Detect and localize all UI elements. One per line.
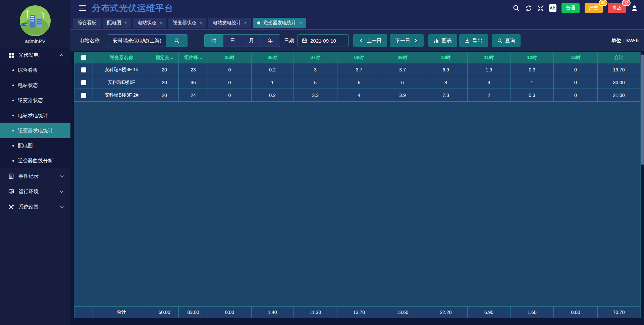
cell: 24	[179, 89, 208, 102]
column-header: 逆变器名称	[93, 52, 150, 63]
cell: 3.9	[381, 89, 424, 102]
column-header: 11时	[468, 52, 511, 63]
alarm-severe-button[interactable]: 严重 96	[585, 3, 603, 13]
totals-cell: 60.00	[150, 307, 179, 318]
row-checkbox[interactable]	[81, 67, 86, 72]
tab-station-status[interactable]: 电站状态×	[133, 18, 166, 28]
inverter-table: 逆变器名称 额定交... 组件峰... 05时 06时 07时 08时 09时 …	[74, 52, 641, 318]
period-year-button[interactable]: 年	[261, 35, 280, 47]
chart-button[interactable]: 图表	[428, 34, 457, 47]
station-search-group	[108, 34, 187, 47]
vertical-scrollbar[interactable]	[641, 54, 644, 165]
query-button[interactable]: 查询	[492, 34, 521, 47]
totals-cell: 70.70	[598, 307, 640, 318]
next-day-button[interactable]: 下一日	[390, 34, 424, 47]
cell: 1	[511, 76, 554, 89]
cell: 7.3	[424, 89, 468, 102]
tab-dashboard[interactable]: 综合看板	[73, 18, 101, 28]
bullet-icon	[12, 145, 14, 147]
row-checkbox[interactable]	[81, 80, 86, 85]
sidebar-item-inverter-gen-stats[interactable]: 逆变器发电统计	[0, 123, 70, 138]
hamburger-icon[interactable]	[79, 5, 86, 11]
period-hour-button[interactable]: 时	[205, 35, 223, 47]
column-header: 额定交...	[150, 52, 179, 63]
cell: 1.9	[468, 63, 511, 76]
bullet-icon	[12, 100, 14, 101]
cell: 0	[554, 76, 598, 89]
grid-icon	[8, 52, 14, 58]
sidebar-item-distribution-diagram[interactable]: 配电图	[0, 138, 70, 153]
search-icon[interactable]	[513, 5, 520, 12]
sidebar-group-system-settings[interactable]: 系统设置	[0, 199, 70, 215]
sidebar-group-label: 光伏发电	[18, 52, 39, 58]
close-icon[interactable]: ×	[244, 20, 247, 25]
user-icon[interactable]	[631, 5, 638, 12]
cell: 36	[179, 76, 208, 89]
totals-cell: 83.00	[179, 307, 208, 318]
cell: 23	[179, 63, 208, 76]
cell: 5	[293, 76, 337, 89]
station-name-input[interactable]	[108, 35, 166, 47]
row-checkbox[interactable]	[81, 93, 86, 98]
sidebar-item-dashboard[interactable]: 综合看板	[0, 63, 70, 78]
column-header: 05时	[208, 52, 252, 63]
tab-inverter-status[interactable]: 逆变器状态×	[168, 18, 206, 28]
tab-inverter-gen-stats[interactable]: 逆变器发电统计×	[253, 18, 306, 28]
alarm-accident-button[interactable]: 事故 12	[608, 3, 626, 13]
chevron-down-icon	[60, 206, 64, 208]
totals-cell: 1.60	[511, 307, 554, 318]
inverter-name-cell: 安科瑞B楼3F 2#	[93, 89, 150, 102]
cell: 3	[293, 63, 337, 76]
inverter-name-cell: 安科瑞B楼3F 1#	[93, 63, 150, 76]
cell: 0	[208, 76, 252, 89]
sidebar-item-inverter-curve[interactable]: 逆变器曲线分析	[0, 153, 70, 168]
sidebar-item-station-status[interactable]: 电站状态	[0, 78, 70, 93]
sidebar-item-station-gen-stats[interactable]: 电站发电统计	[0, 108, 70, 123]
chevron-down-icon	[60, 175, 64, 177]
cell: 8	[424, 76, 468, 89]
table-row: 安科瑞B楼3F 1# 20 23 0 0.2 3 3.7 3.7 6.9 1.9…	[74, 63, 640, 76]
select-all-checkbox[interactable]	[81, 55, 86, 60]
close-icon[interactable]: ×	[124, 20, 127, 25]
period-month-button[interactable]: 月	[242, 35, 261, 47]
totals-cell: 22.20	[424, 307, 468, 318]
export-button[interactable]: 导出	[459, 34, 488, 47]
sidebar-group-pv-generation[interactable]: 光伏发电	[0, 47, 70, 63]
totals-cell: 6.90	[468, 307, 511, 318]
sidebar-item-inverter-status[interactable]: 逆变器状态	[0, 93, 70, 108]
totals-row: 合计 60.00 83.00 0.00 1.40 11.30 13.70 13.…	[74, 306, 640, 318]
totals-cell: 13.70	[337, 307, 381, 318]
close-icon[interactable]: ×	[160, 20, 162, 25]
tab-distribution-diagram[interactable]: 配电图×	[103, 18, 131, 28]
cell: 3.7	[381, 63, 424, 76]
column-header: 组件峰...	[179, 52, 208, 63]
language-icon[interactable]: A文	[549, 4, 556, 12]
date-label: 日期	[284, 38, 294, 44]
refresh-icon[interactable]	[525, 5, 532, 12]
prev-day-button[interactable]: 上一日	[353, 34, 387, 47]
totals-cell: 0.00	[554, 307, 598, 318]
document-icon	[8, 173, 14, 179]
totals-cell: 11.30	[293, 307, 337, 318]
column-header: 07时	[293, 52, 337, 63]
column-header: 06时	[252, 52, 293, 63]
cell: 20	[150, 89, 179, 102]
period-toggle-group: 时 日 月 年	[204, 34, 280, 47]
cell: 3.7	[337, 63, 381, 76]
chevron-right-icon	[413, 38, 418, 43]
cell: 0	[208, 89, 252, 102]
close-icon[interactable]: ×	[200, 20, 202, 25]
close-icon[interactable]: ×	[300, 20, 302, 25]
totals-empty-cell	[74, 307, 93, 318]
filter-bar: 电站名称 时 日 月 年 日期 2021-09-10 上一日 下一日 图表 导出…	[70, 30, 644, 51]
period-day-button[interactable]: 日	[223, 35, 242, 47]
tab-station-gen-stats[interactable]: 电站发电统计×	[208, 18, 251, 28]
sidebar-group-event-log[interactable]: 事件记录	[0, 168, 70, 184]
alarm-normal-button[interactable]: 普通	[561, 3, 580, 13]
station-search-button[interactable]	[166, 35, 187, 47]
date-picker[interactable]: 2021-09-10	[298, 34, 348, 47]
sidebar-group-environment[interactable]: 运行环境	[0, 184, 70, 199]
station-name-label: 电站名称	[79, 38, 100, 44]
tools-icon	[8, 204, 14, 210]
fullscreen-icon[interactable]	[537, 5, 544, 12]
